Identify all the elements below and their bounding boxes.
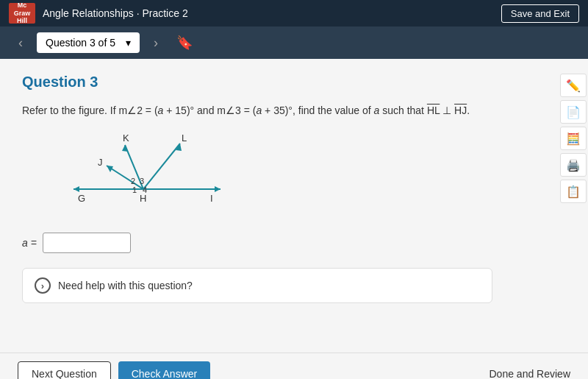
- question-selector[interactable]: Question 3 of 5 ▾: [37, 32, 140, 53]
- question-label: Question 3 of 5: [46, 37, 115, 49]
- svg-text:J: J: [98, 157, 103, 168]
- reference-tool-button[interactable]: 📋: [560, 180, 587, 203]
- svg-line-5: [143, 144, 180, 189]
- right-toolbar: ✏️ 📄 🧮 🖨️ 📋: [559, 74, 588, 203]
- print-tool-button[interactable]: 🖨️: [560, 153, 587, 177]
- calculator-tool-button[interactable]: 🧮: [560, 127, 587, 150]
- check-answer-button[interactable]: Check Answer: [118, 361, 210, 380]
- next-question-button[interactable]: Next Question: [18, 361, 111, 380]
- svg-text:G: G: [78, 193, 85, 204]
- svg-text:4: 4: [143, 185, 147, 194]
- answer-label: a =: [22, 237, 37, 249]
- bookmark-icon[interactable]: 🔖: [176, 35, 193, 51]
- svg-text:3: 3: [140, 177, 144, 185]
- question-title: Question 3: [22, 74, 566, 91]
- help-text: Need help with this question?: [58, 280, 193, 291]
- pencil-tool-button[interactable]: ✏️: [560, 74, 587, 97]
- nav-bar: ‹ Question 3 of 5 ▾ › 🔖: [0, 26, 588, 59]
- main-content: Question 3 Refer to the figure. If m∠2 =…: [0, 59, 588, 353]
- save-exit-button[interactable]: Save and Exit: [501, 4, 579, 23]
- geometry-diagram: K L J G H I 2 3 1 4: [66, 130, 566, 221]
- help-box[interactable]: › Need help with this question?: [22, 268, 492, 303]
- mcgraw-hill-logo: Mc Graw Hill: [9, 3, 35, 24]
- svg-text:1: 1: [132, 185, 137, 194]
- prev-question-button[interactable]: ‹: [10, 32, 31, 53]
- header: Mc Graw Hill Angle Relationships · Pract…: [0, 0, 588, 26]
- question-text: Refer to the figure. If m∠2 = (a + 15)° …: [22, 102, 566, 118]
- help-circle-icon: ›: [35, 277, 51, 294]
- doc-tool-button[interactable]: 📄: [560, 100, 587, 124]
- footer-left: Next Question Check Answer: [18, 361, 210, 380]
- svg-text:H: H: [140, 193, 146, 204]
- dropdown-arrow-icon: ▾: [126, 37, 131, 49]
- svg-marker-1: [215, 186, 220, 192]
- svg-text:L: L: [182, 132, 187, 144]
- app-title: Angle Relationships · Practice 2: [43, 7, 188, 19]
- done-review-label[interactable]: Done and Review: [489, 368, 570, 380]
- svg-text:I: I: [210, 193, 213, 204]
- svg-marker-2: [74, 186, 79, 192]
- header-left: Mc Graw Hill Angle Relationships · Pract…: [9, 3, 188, 24]
- svg-text:K: K: [123, 132, 129, 144]
- answer-row: a =: [22, 233, 566, 253]
- answer-input[interactable]: [43, 233, 131, 253]
- next-question-nav-button[interactable]: ›: [146, 32, 166, 53]
- footer-actions: Next Question Check Answer Done and Revi…: [0, 353, 588, 379]
- svg-text:2: 2: [131, 177, 135, 185]
